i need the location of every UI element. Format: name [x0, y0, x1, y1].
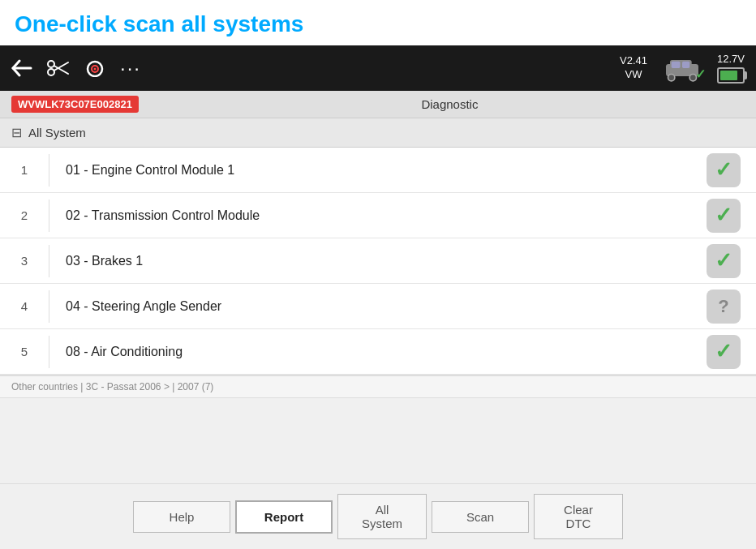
row-status: ✓: [691, 153, 756, 187]
version-info: V2.41 VW: [620, 54, 647, 82]
row-number: 4: [0, 299, 49, 313]
status-unknown-icon: ?: [707, 290, 741, 324]
scan-button[interactable]: Scan: [432, 501, 529, 533]
car-status-icon: ✓: [662, 54, 702, 82]
title-area: One-click scan all systems: [0, 0, 756, 45]
row-number: 5: [0, 345, 49, 358]
toolbar: ··· V2.41 VW ✓ 12.7V: [0, 45, 756, 91]
table-container: 1 01 - Engine Control Module 1 ✓ 2 02 - …: [0, 148, 756, 375]
scissors-icon[interactable]: [47, 59, 70, 77]
row-system-name: 02 - Transmission Control Module: [49, 208, 691, 223]
all-system-header: ⊟ All System: [0, 118, 756, 148]
back-icon[interactable]: [11, 59, 32, 77]
toolbar-right: V2.41 VW ✓ 12.7V: [620, 53, 745, 84]
diagnostic-label: Diagnostic: [155, 97, 745, 111]
battery-info: 12.7V: [717, 53, 745, 84]
status-ok-icon: ✓: [707, 153, 741, 187]
footer-info: Other countries | 3C - Passat 2006 > | 2…: [0, 375, 756, 398]
system-table: ⊟ All System 1 01 - Engine Control Modul…: [0, 118, 756, 375]
svg-rect-12: [672, 62, 681, 68]
status-ok-icon: ✓: [707, 199, 741, 233]
help-button[interactable]: Help: [133, 501, 230, 533]
row-status: ?: [691, 290, 756, 324]
page-title: One-click scan all systems: [15, 11, 741, 37]
bottom-bar: Help Report AllSystem Scan ClearDTC: [0, 483, 756, 549]
status-ok-icon: ✓: [707, 335, 741, 369]
row-system-name: 08 - Air Conditioning: [49, 345, 691, 359]
svg-point-2: [48, 69, 54, 75]
row-number: 2: [0, 208, 49, 222]
svg-point-1: [48, 61, 54, 67]
status-ok-icon: ✓: [707, 244, 741, 278]
clear-dtc-button[interactable]: ClearDTC: [534, 494, 623, 539]
all-system-button[interactable]: AllSystem: [337, 494, 427, 539]
vin-badge: WVWLK73C07E002821: [11, 96, 139, 113]
more-icon[interactable]: ···: [120, 57, 141, 79]
table-row[interactable]: 5 08 - Air Conditioning ✓: [0, 329, 756, 375]
row-system-name: 04 - Steering Angle Sender: [49, 299, 691, 314]
row-number: 3: [0, 254, 49, 268]
table-row[interactable]: 3 03 - Brakes 1 ✓: [0, 238, 756, 284]
svg-rect-13: [682, 62, 689, 68]
row-status: ✓: [691, 199, 756, 233]
row-system-name: 01 - Engine Control Module 1: [49, 163, 691, 178]
toolbar-left: ···: [11, 57, 141, 79]
svg-point-7: [94, 68, 97, 71]
row-status: ✓: [691, 244, 756, 278]
vin-bar: WVWLK73C07E002821 Diagnostic: [0, 91, 756, 118]
camera-icon[interactable]: [84, 59, 105, 77]
table-row[interactable]: 2 02 - Transmission Control Module ✓: [0, 193, 756, 238]
all-system-label: All System: [28, 126, 86, 139]
collapse-icon[interactable]: ⊟: [11, 125, 22, 140]
row-number: 1: [0, 163, 49, 177]
svg-point-10: [668, 75, 675, 81]
table-row[interactable]: 4 04 - Steering Angle Sender ?: [0, 284, 756, 329]
table-row[interactable]: 1 01 - Engine Control Module 1 ✓: [0, 148, 756, 193]
report-button[interactable]: Report: [235, 500, 333, 534]
row-system-name: 03 - Brakes 1: [49, 254, 691, 268]
row-status: ✓: [691, 335, 756, 369]
